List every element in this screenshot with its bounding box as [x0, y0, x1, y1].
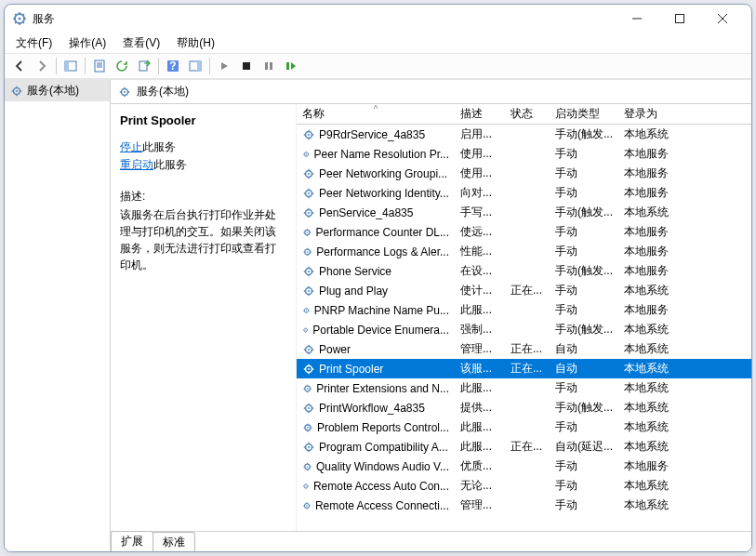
window-title: 服务 [33, 11, 55, 27]
bottom-tabs: 扩展 标准 [111, 531, 751, 551]
stop-service-button[interactable] [235, 56, 258, 76]
services-window: 服务 文件(F) 操作(A) 查看(V) 帮助(H) ? 服务(本地) [4, 4, 752, 552]
service-row[interactable]: Remote Access Auto Con...无论...手动本地系统 [297, 476, 751, 496]
tree-node-services-local[interactable]: 服务(本地) [5, 80, 110, 101]
cell-name: Power [297, 343, 455, 356]
cell-start: 手动 [550, 497, 618, 513]
cell-desc: 提供... [455, 400, 505, 416]
svg-point-32 [307, 251, 309, 253]
service-row[interactable]: Program Compatibility A...此服...正在...自动(延… [297, 437, 751, 457]
menu-view[interactable]: 查看(V) [115, 33, 167, 53]
back-button[interactable] [8, 56, 31, 76]
service-row[interactable]: PrintWorkflow_4a835提供...手动(触发...本地系统 [297, 398, 751, 417]
cell-logon: 本地系统 [618, 126, 683, 142]
restart-service-button[interactable] [280, 56, 302, 76]
cell-start: 自动 [550, 341, 618, 357]
show-hide-action-pane-button[interactable] [184, 56, 206, 76]
export-button[interactable] [133, 56, 155, 76]
svg-point-38 [306, 310, 307, 311]
maximize-button[interactable] [658, 5, 701, 33]
list-body[interactable]: P9RdrService_4a835启用...手动(触发...本地系统Peer … [297, 125, 751, 531]
svg-point-46 [307, 388, 309, 390]
cell-desc: 向对... [455, 185, 505, 201]
service-row[interactable]: Plug and Play使计...正在...手动本地系统 [297, 281, 751, 300]
tab-extended[interactable]: 扩展 [111, 531, 153, 551]
help-button[interactable]: ? [162, 56, 184, 76]
show-hide-tree-button[interactable] [60, 56, 82, 76]
service-row[interactable]: PenService_4a835手写...手动(触发...本地系统 [297, 203, 751, 222]
cell-desc: 强制... [455, 322, 505, 338]
close-button[interactable] [701, 5, 744, 33]
cell-logon: 本地系统 [618, 439, 683, 455]
cell-start: 手动 [550, 185, 618, 201]
minimize-button[interactable] [616, 5, 658, 33]
service-row[interactable]: Remote Access Connecti...管理...手动本地系统 [297, 496, 751, 515]
titlebar[interactable]: 服务 [5, 5, 751, 33]
service-row[interactable]: Peer Networking Identity...向对...手动本地服务 [297, 183, 751, 203]
col-logon[interactable]: 登录为 [618, 106, 683, 122]
svg-point-52 [308, 445, 310, 447]
cell-name: Phone Service [297, 265, 455, 278]
menu-action[interactable]: 操作(A) [61, 33, 113, 53]
restart-service-link[interactable]: 重启动 [120, 158, 153, 171]
svg-rect-12 [265, 62, 268, 70]
cell-name: Program Compatibility A... [297, 441, 455, 454]
cell-desc: 使计... [455, 283, 505, 298]
cell-name: PenService_4a835 [297, 206, 455, 219]
service-row[interactable]: Print Spooler该服...正在...自动本地系统 [297, 359, 751, 378]
cell-start: 手动(触发... [550, 205, 618, 220]
svg-point-34 [308, 270, 310, 271]
cell-start: 手动 [550, 244, 618, 259]
service-row[interactable]: PNRP Machine Name Pu...此服...手动本地服务 [297, 300, 751, 320]
cell-logon: 本地系统 [618, 400, 683, 416]
svg-point-16 [16, 89, 18, 91]
service-row[interactable]: Performance Counter DL...使远...手动本地服务 [297, 222, 751, 242]
cell-logon: 本地系统 [618, 380, 683, 396]
svg-rect-13 [270, 62, 272, 70]
cell-desc: 此服... [455, 380, 505, 396]
service-row[interactable]: Peer Networking Groupi...使用...手动本地服务 [297, 164, 751, 183]
service-row[interactable]: Portable Device Enumera...强制...手动(触发...本… [297, 320, 751, 339]
cell-desc: 性能... [455, 244, 505, 259]
service-row[interactable]: Quality Windows Audio V...优质...手动本地服务 [297, 457, 751, 476]
col-status[interactable]: 状态 [505, 106, 550, 122]
tree-pane[interactable]: 服务(本地) [5, 80, 111, 551]
service-row[interactable]: P9RdrService_4a835启用...手动(触发...本地系统 [297, 125, 751, 144]
cell-desc: 该服... [455, 361, 505, 377]
svg-point-18 [124, 90, 126, 92]
svg-point-48 [308, 406, 310, 408]
service-row[interactable]: Performance Logs & Aler...性能...手动本地服务 [297, 242, 751, 261]
main-body: 服务(本地) 服务(本地) Print Spooler 停止此服务 重启动此服务… [5, 79, 751, 551]
refresh-button[interactable] [111, 56, 133, 76]
service-row[interactable]: Peer Name Resolution Pr...使用...手动本地服务 [297, 144, 751, 164]
content-area: Print Spooler 停止此服务 重启动此服务 描述: 该服务在后台执行打… [111, 104, 751, 531]
properties-button[interactable] [88, 56, 111, 76]
service-row[interactable]: Printer Extensions and N...此服...手动本地系统 [297, 378, 751, 398]
cell-start: 手动 [550, 146, 618, 162]
menu-help[interactable]: 帮助(H) [169, 33, 222, 53]
svg-rect-4 [65, 61, 69, 71]
service-row[interactable]: Phone Service在设...手动(触发...本地服务 [297, 261, 751, 281]
col-name[interactable]: 名称 [297, 106, 455, 122]
tab-standard[interactable]: 标准 [153, 532, 195, 551]
service-row[interactable]: Power管理...正在...自动本地系统 [297, 339, 751, 359]
cell-desc: 在设... [455, 263, 505, 279]
cell-logon: 本地系统 [618, 497, 683, 513]
col-start[interactable]: 启动类型 [550, 106, 618, 122]
cell-start: 自动(延迟... [550, 439, 618, 455]
cell-logon: 本地服务 [618, 458, 683, 474]
svg-rect-11 [243, 62, 250, 70]
service-row[interactable]: Problem Reports Control...此服...手动本地系统 [297, 417, 751, 437]
start-service-button[interactable] [213, 56, 235, 76]
pause-service-button[interactable] [258, 56, 280, 76]
cell-name: PrintWorkflow_4a835 [297, 402, 455, 415]
stop-service-link[interactable]: 停止 [120, 140, 142, 153]
description-label: 描述: [120, 189, 286, 205]
forward-button[interactable] [31, 56, 53, 76]
tree-node-label: 服务(本地) [27, 83, 79, 99]
svg-point-54 [307, 466, 309, 468]
cell-desc: 使用... [455, 165, 505, 181]
menu-file[interactable]: 文件(F) [8, 33, 60, 53]
selected-service-name: Print Spooler [120, 113, 286, 127]
col-desc[interactable]: 描述 [455, 106, 505, 122]
